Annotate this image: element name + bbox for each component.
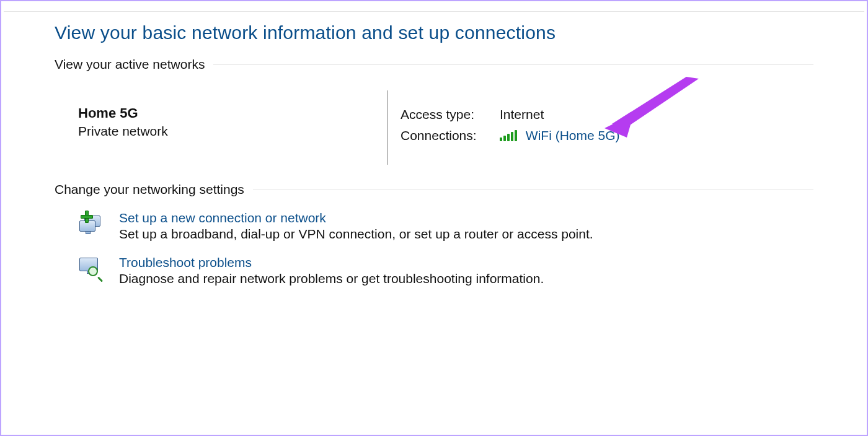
- option-setup-desc: Set up a broadband, dial-up or VPN conne…: [119, 227, 593, 242]
- option-setup-title[interactable]: Set up a new connection or network: [119, 211, 593, 225]
- wifi-signal-icon: [500, 130, 517, 141]
- option-setup-connection[interactable]: Set up a new connection or network Set u…: [77, 211, 813, 242]
- section-change-settings: Change your networking settings: [55, 182, 813, 197]
- section-label-change: Change your networking settings: [55, 182, 244, 197]
- section-label-active: View your active networks: [55, 57, 205, 72]
- top-divider: [4, 11, 864, 12]
- option-troubleshoot-title[interactable]: Troubleshoot problems: [119, 255, 544, 270]
- page-title: View your basic network information and …: [55, 22, 813, 43]
- option-troubleshoot[interactable]: Troubleshoot problems Diagnose and repai…: [77, 255, 813, 286]
- troubleshoot-icon: [77, 255, 104, 280]
- network-name: Home 5G: [78, 105, 168, 121]
- divider: [213, 64, 813, 65]
- network-summary: Home 5G Private network: [78, 105, 168, 139]
- section-active-networks: View your active networks: [55, 57, 813, 72]
- access-type-label: Access type:: [401, 107, 500, 122]
- access-type-value: Internet: [500, 107, 544, 122]
- connection-link[interactable]: WiFi (Home 5G): [526, 128, 620, 142]
- option-troubleshoot-desc: Diagnose and repair network problems or …: [119, 271, 544, 286]
- vertical-divider: [388, 90, 388, 165]
- setup-connection-icon: [77, 211, 104, 235]
- connections-label: Connections:: [401, 128, 500, 143]
- network-profile-type: Private network: [78, 124, 168, 139]
- divider: [253, 190, 813, 190]
